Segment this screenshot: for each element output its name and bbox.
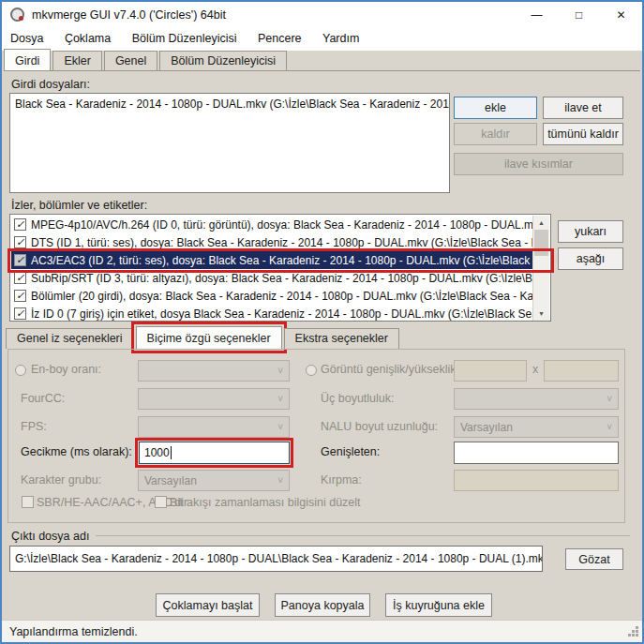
main-tab-bar: Girdi Ekler Genel Bölüm Düzenleyicisi [4, 49, 289, 71]
dimensions-label: Görüntü genişlik/yükseklik: [321, 363, 459, 376]
checkbox-checked[interactable]: ✓ [14, 272, 26, 284]
tracks-label: İzler, bölümler ve etiketler: [11, 199, 147, 212]
additional-parts-button[interactable]: ilave kısımlar [454, 153, 623, 175]
menu-dosya[interactable]: Dosya [2, 28, 52, 50]
track-down-button[interactable]: aşağı [558, 247, 623, 270]
output-filename-value: G:\İzle\Black Sea - Karadeniz - 2014 - 1… [15, 552, 543, 565]
scroll-up-icon[interactable]: ▲ [533, 216, 549, 230]
width-input[interactable] [454, 360, 527, 382]
aspect-ratio-radio[interactable] [15, 365, 26, 376]
track-row-label: İz ID 0 (7 giriş) için etiket, dosya Bla… [31, 307, 535, 321]
checkbox-checked[interactable]: ✓ [14, 254, 26, 266]
delay-label: Gecikme (ms olarak): [21, 445, 132, 458]
stereoscopy-label: Üç boyutluluk: [321, 392, 395, 405]
chevron-down-icon: ˅ [277, 475, 283, 486]
track-up-button[interactable]: yukarı [558, 220, 623, 243]
track-row-dts[interactable]: ✓ DTS (ID 1, türü: ses), dosya: Black Se… [11, 233, 535, 251]
text-caret [171, 446, 172, 459]
add-to-job-queue-button[interactable]: İş kuyruğuna ekle [385, 593, 492, 617]
minimize-button[interactable]: — [516, 2, 558, 28]
stretch-input[interactable] [454, 442, 619, 464]
resize-grip[interactable] [628, 626, 639, 637]
tab-extra-options[interactable]: Ekstra seçenekler [284, 328, 399, 349]
track-row-label: MPEG-4p10/AVC/h.264 (ID 0, türü: görüntü… [31, 218, 535, 232]
output-filename-input[interactable]: G:\İzle\Black Sea - Karadeniz - 2014 - 1… [9, 546, 543, 572]
chevron-down-icon: ˅ [607, 394, 612, 404]
delay-input[interactable]: 1000 [139, 442, 290, 464]
menu-coklama[interactable]: Çoklama [56, 28, 119, 50]
combo-value: Varsayılan [460, 421, 513, 434]
timing-checkbox[interactable] [155, 496, 167, 508]
check-icon: ✓ [16, 237, 24, 247]
maximize-button[interactable]: □ [558, 2, 600, 28]
check-icon: ✓ [16, 291, 24, 301]
fourcc-combo[interactable]: ˅ [138, 388, 290, 410]
chevron-down-icon: ˅ [277, 366, 283, 376]
app-icon [10, 7, 24, 22]
title-bar: mkvmerge GUI v7.4.0 ('Circles') 64bit — … [2, 2, 642, 28]
add-button[interactable]: ekle [454, 97, 537, 119]
dimensions-separator: x [532, 363, 538, 376]
track-row-label: AC3/EAC3 (ID 2, türü: ses), dosya: Black… [31, 254, 535, 267]
checkbox-checked[interactable]: ✓ [14, 236, 26, 248]
nalu-combo[interactable]: Varsayılan˅ [454, 416, 619, 438]
window-title: mkvmerge GUI v7.4.0 ('Circles') 64bit [32, 8, 226, 22]
copy-to-clipboard-button[interactable]: Panoya kopyala [275, 593, 370, 617]
remove-button[interactable]: kaldır [454, 123, 537, 145]
menu-bar: Dosya Çoklama Bölüm Düzenleyicisi Pencer… [2, 28, 642, 51]
nalu-label: NALU boyut uzunluğu: [321, 420, 438, 433]
append-button[interactable]: ilave et [543, 97, 623, 119]
timing-checkbox-label: Bit akışı zamanlaması bilgisini düzelt [170, 496, 361, 509]
start-muxing-button[interactable]: Çoklamayı başlat [156, 593, 260, 617]
checkbox-checked[interactable]: ✓ [14, 218, 26, 231]
remove-all-button[interactable]: tümünü kaldır [543, 123, 623, 145]
track-row-ac3-selected[interactable]: ✓ AC3/EAC3 (ID 2, türü: ses), dosya: Bla… [11, 251, 535, 269]
menu-bolum-duzenleyicisi[interactable]: Bölüm Düzenleyicisi [124, 28, 246, 50]
scroll-down-icon[interactable]: ▼ [533, 307, 549, 321]
height-input[interactable] [544, 360, 619, 382]
input-file-item[interactable]: Black Sea - Karadeniz - 2014 - 1080p - D… [10, 94, 449, 114]
check-icon: ✓ [16, 255, 24, 265]
fps-label: FPS: [21, 420, 47, 433]
menu-pencere[interactable]: Pencere [249, 28, 310, 50]
aspect-ratio-combo[interactable]: ˅ [138, 360, 290, 382]
stereoscopy-combo[interactable]: ˅ [454, 388, 619, 410]
tab-general-track-options[interactable]: Genel iz seçenekleri [6, 328, 134, 349]
check-icon: ✓ [16, 308, 24, 319]
track-row-subrip[interactable]: ✓ SubRip/SRT (ID 3, türü: altyazı), dosy… [11, 269, 535, 287]
input-files-list[interactable]: Black Sea - Karadeniz - 2014 - 1080p - D… [9, 93, 450, 193]
tab-divider [4, 70, 640, 71]
checkbox-checked[interactable]: ✓ [14, 290, 26, 302]
checkbox-checked[interactable]: ✓ [14, 307, 26, 320]
track-row-video[interactable]: ✓ MPEG-4p10/AVC/h.264 (ID 0, türü: görün… [11, 216, 535, 233]
check-icon: ✓ [16, 273, 24, 283]
charset-label: Karakter grubu: [21, 473, 101, 487]
tab-girdi[interactable]: Girdi [4, 49, 51, 71]
delay-value: 1000 [144, 446, 170, 459]
close-button[interactable]: ✕ [600, 2, 642, 28]
status-text: Yapılandırma temizlendi. [9, 625, 138, 638]
chevron-down-icon: ˅ [277, 394, 283, 404]
track-row-chapters[interactable]: ✓ Bölümler (20 girdi), dosya: Black Sea … [11, 287, 535, 305]
track-row-label: Bölümler (20 girdi), dosya: Black Sea - … [31, 290, 535, 303]
stretch-label: Genişleten: [321, 445, 380, 458]
tracks-scrollbar[interactable]: ▲ ▼ [532, 216, 549, 321]
fourcc-label: FourCC: [21, 392, 65, 405]
scrollbar-thumb[interactable] [534, 230, 548, 256]
tab-format-specific-options[interactable]: Biçime özgü seçenekler [136, 326, 282, 349]
charset-combo[interactable]: Varsayılan˅ [138, 470, 290, 491]
status-bar: Yapılandırma temizlendi. [2, 620, 642, 642]
browse-button[interactable]: Gözat [565, 548, 623, 570]
tracks-list[interactable]: ✓ MPEG-4p10/AVC/h.264 (ID 0, türü: görün… [9, 214, 551, 322]
input-files-label: Girdi dosyaları: [11, 78, 90, 91]
track-row-tags[interactable]: ✓ İz ID 0 (7 giriş) için etiket, dosya B… [11, 305, 535, 322]
aac-checkbox[interactable] [22, 496, 34, 508]
dimensions-radio[interactable] [306, 365, 317, 376]
tab-ekler[interactable]: Ekler [52, 51, 101, 71]
tab-genel[interactable]: Genel [104, 51, 157, 71]
app-window: mkvmerge GUI v7.4.0 ('Circles') 64bit — … [0, 0, 644, 644]
fps-combo[interactable]: ˅ [138, 416, 290, 438]
cropping-input[interactable] [454, 470, 619, 491]
tab-bolum-duzenleyicisi[interactable]: Bölüm Düzenleyicisi [159, 51, 287, 71]
menu-yardim[interactable]: Yardım [314, 28, 367, 50]
